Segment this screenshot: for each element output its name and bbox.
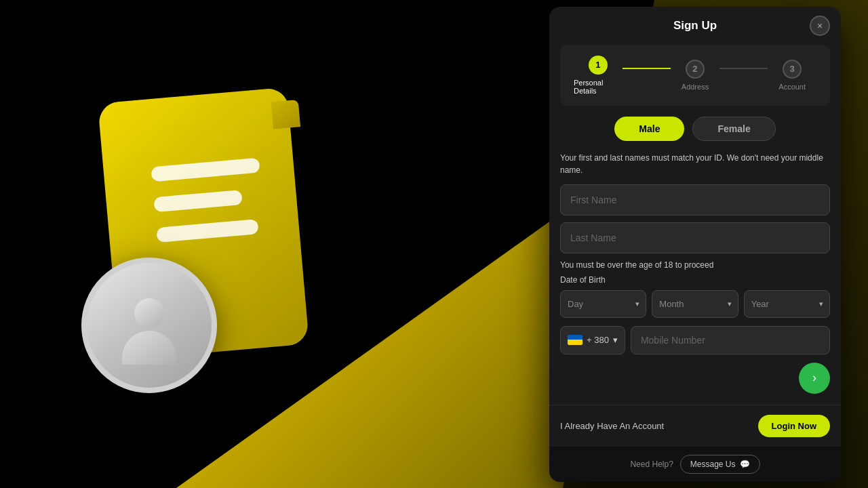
step-1-label: Personal Details xyxy=(574,79,623,95)
login-now-button[interactable]: Login Now xyxy=(758,415,830,437)
male-button[interactable]: Male xyxy=(614,117,684,141)
day-select-wrapper: Day 12345 678910 ▾ xyxy=(560,290,646,318)
dob-label: Date of Birth xyxy=(560,275,830,285)
bottom-bar: I Already Have An Account Login Now xyxy=(549,405,841,447)
modal-overlay: Sign Up × 1 Personal Details 2 Address xyxy=(0,0,868,488)
month-select-wrapper: Month JanuaryFebruaryMarch AprilMayJune … xyxy=(652,290,738,318)
step-2-circle: 2 xyxy=(686,60,705,79)
ukraine-flag-icon xyxy=(568,335,583,345)
signup-modal: Sign Up × 1 Personal Details 2 Address xyxy=(549,7,841,482)
age-notice: You must be over the age of 18 to procee… xyxy=(560,260,830,270)
country-code-selector[interactable]: + 380 ▾ xyxy=(560,326,625,354)
step-line-2 xyxy=(719,68,768,69)
mobile-number-input[interactable] xyxy=(631,326,830,354)
need-help-text: Need Help? xyxy=(630,460,673,469)
step-2: 2 Address xyxy=(671,60,719,91)
name-notice: Your first and last names must match you… xyxy=(560,152,830,176)
country-code-text: + 380 xyxy=(587,335,609,345)
first-name-input[interactable] xyxy=(560,184,830,216)
year-select-wrapper: Year 2005200420032002 2001200019991998 1… xyxy=(744,290,830,318)
arrow-right-icon: › xyxy=(812,371,816,385)
already-account-text: I Already Have An Account xyxy=(560,421,664,431)
day-select[interactable]: Day 12345 678910 xyxy=(560,290,646,318)
female-button[interactable]: Female xyxy=(692,117,775,141)
step-3: 3 Account xyxy=(768,60,816,91)
steps-container: 1 Personal Details 2 Address 3 Account xyxy=(560,45,830,106)
last-name-input[interactable] xyxy=(560,222,830,253)
next-btn-row: › xyxy=(560,363,830,394)
gender-toggle: Male Female xyxy=(560,117,830,141)
year-select[interactable]: Year 2005200420032002 2001200019991998 1… xyxy=(744,290,830,318)
next-button[interactable]: › xyxy=(799,363,830,394)
month-select[interactable]: Month JanuaryFebruaryMarch AprilMayJune … xyxy=(652,290,738,318)
form-area: Male Female Your first and last names mu… xyxy=(549,106,841,405)
message-us-label: Message Us xyxy=(690,460,736,469)
message-icon: 💬 xyxy=(740,460,750,469)
step-2-label: Address xyxy=(682,83,709,91)
modal-header: Sign Up × xyxy=(549,7,841,45)
phone-row: + 380 ▾ xyxy=(560,326,830,354)
step-1-circle: 1 xyxy=(589,56,608,75)
step-1: 1 Personal Details xyxy=(574,56,623,95)
phone-chevron-icon: ▾ xyxy=(613,335,618,345)
step-3-circle: 3 xyxy=(783,60,802,79)
step-3-label: Account xyxy=(778,83,806,91)
close-button[interactable]: × xyxy=(810,16,830,36)
dob-row: Day 12345 678910 ▾ Month JanuaryFebruary… xyxy=(560,290,830,318)
message-us-button[interactable]: Message Us 💬 xyxy=(680,455,760,474)
help-bar: Need Help? Message Us 💬 xyxy=(549,447,841,482)
step-line-1 xyxy=(623,68,671,69)
modal-title: Sign Up xyxy=(673,19,717,33)
